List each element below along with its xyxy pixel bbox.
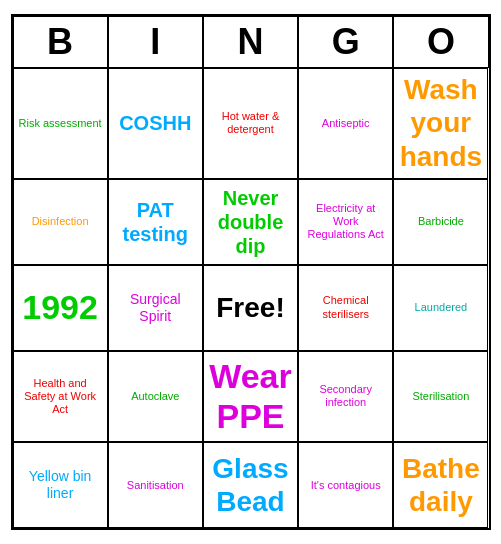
bingo-cell-4: Wash your hands — [393, 68, 488, 179]
cell-text-21: Sanitisation — [127, 479, 184, 492]
header-letter-B: B — [13, 16, 108, 68]
header-letter-N: N — [203, 16, 298, 68]
bingo-cell-22: Glass Bead — [203, 442, 298, 528]
header-letter-I: I — [108, 16, 203, 68]
bingo-cell-21: Sanitisation — [108, 442, 203, 528]
cell-text-5: Disinfection — [32, 215, 89, 228]
bingo-grid: Risk assessmentCOSHHHot water & detergen… — [13, 68, 489, 528]
bingo-cell-9: Barbicide — [393, 179, 488, 265]
cell-text-12: Free! — [216, 291, 284, 325]
bingo-cell-11: Surgical Spirit — [108, 265, 203, 351]
bingo-cell-18: Secondary infection — [298, 351, 393, 443]
bingo-cell-12: Free! — [203, 265, 298, 351]
cell-text-10: 1992 — [22, 287, 98, 328]
bingo-header: BINGO — [13, 16, 489, 68]
bingo-cell-3: Antiseptic — [298, 68, 393, 179]
bingo-cell-13: Chemical sterilisers — [298, 265, 393, 351]
cell-text-19: Sterilisation — [412, 390, 469, 403]
header-letter-G: G — [298, 16, 393, 68]
cell-text-16: Autoclave — [131, 390, 179, 403]
bingo-cell-10: 1992 — [13, 265, 108, 351]
cell-text-22: Glass Bead — [208, 452, 293, 519]
bingo-cell-7: Never double dip — [203, 179, 298, 265]
bingo-cell-14: Laundered — [393, 265, 488, 351]
cell-text-7: Never double dip — [208, 186, 293, 258]
cell-text-18: Secondary infection — [303, 383, 388, 409]
bingo-cell-2: Hot water & detergent — [203, 68, 298, 179]
bingo-cell-6: PAT testing — [108, 179, 203, 265]
bingo-cell-20: Yellow bin liner — [13, 442, 108, 528]
header-letter-O: O — [393, 16, 488, 68]
cell-text-9: Barbicide — [418, 215, 464, 228]
bingo-cell-24: Bathe daily — [393, 442, 488, 528]
cell-text-3: Antiseptic — [322, 117, 370, 130]
bingo-card: BINGO Risk assessmentCOSHHHot water & de… — [11, 14, 491, 530]
cell-text-13: Chemical sterilisers — [303, 294, 388, 320]
bingo-cell-17: Wear PPE — [203, 351, 298, 443]
cell-text-14: Laundered — [415, 301, 468, 314]
bingo-cell-8: Electricity at Work Regulations Act — [298, 179, 393, 265]
cell-text-17: Wear PPE — [208, 356, 293, 438]
bingo-cell-19: Sterilisation — [393, 351, 488, 443]
cell-text-8: Electricity at Work Regulations Act — [303, 202, 388, 242]
cell-text-2: Hot water & detergent — [208, 110, 293, 136]
cell-text-15: Health and Safety at Work Act — [18, 377, 103, 417]
cell-text-6: PAT testing — [113, 198, 198, 246]
cell-text-0: Risk assessment — [19, 117, 102, 130]
bingo-cell-15: Health and Safety at Work Act — [13, 351, 108, 443]
cell-text-23: It's contagious — [311, 479, 381, 492]
cell-text-20: Yellow bin liner — [18, 468, 103, 502]
cell-text-4: Wash your hands — [398, 73, 483, 174]
bingo-cell-1: COSHH — [108, 68, 203, 179]
bingo-cell-23: It's contagious — [298, 442, 393, 528]
cell-text-1: COSHH — [119, 111, 191, 135]
cell-text-24: Bathe daily — [398, 452, 483, 519]
cell-text-11: Surgical Spirit — [113, 291, 198, 325]
bingo-cell-5: Disinfection — [13, 179, 108, 265]
bingo-cell-0: Risk assessment — [13, 68, 108, 179]
bingo-cell-16: Autoclave — [108, 351, 203, 443]
